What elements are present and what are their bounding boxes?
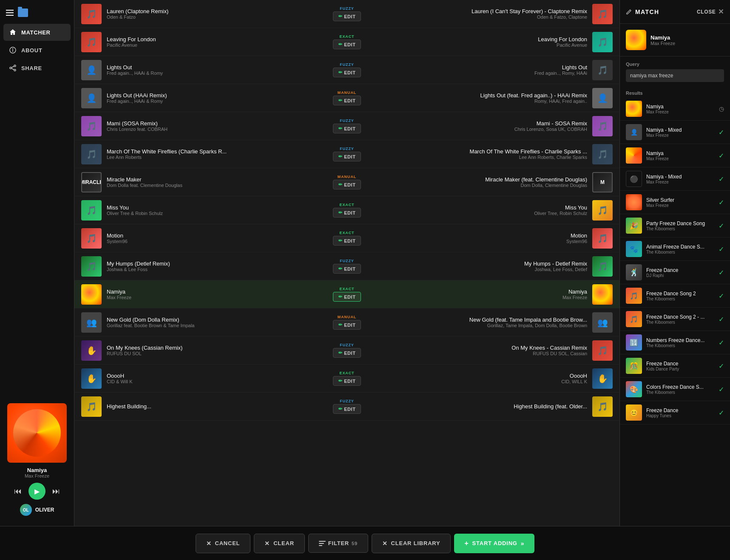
sidebar-item-about[interactable]: ABOUT [3, 42, 71, 59]
table-row: 👥 New Gold (Dom Dolla Remix) Gorillaz fe… [74, 308, 619, 337]
cancel-x-icon: ✕ [206, 540, 212, 547]
hamburger-icon[interactable] [6, 10, 14, 16]
track-art-left: 🎵 [81, 4, 102, 24]
fast-forward-button[interactable]: ⏭ [52, 487, 60, 496]
list-item[interactable]: 😊 Freeze Dance Happy Tunes ✓ [620, 401, 730, 424]
close-x-icon: ✕ [718, 8, 724, 16]
bottom-bar: ✕ CANCEL ✕ CLEAR FILTER 59 ✕ CLEAR LIBRA… [0, 526, 730, 560]
track-art-right: 🎵 [592, 4, 613, 24]
track-info-right: Lights Out (feat. Fred again..) - HAAi R… [368, 92, 587, 104]
match-badge: EXACT ✏ EDIT [333, 231, 361, 246]
match-badge: EXACT ✏ EDIT [333, 34, 361, 49]
pencil-icon [626, 9, 632, 15]
list-item[interactable]: 🐾 Animal Freeze Dance S... The Kiboomers… [620, 238, 730, 261]
play-button[interactable]: ▶ [28, 483, 45, 500]
edit-button[interactable]: ✏ EDIT [333, 180, 361, 189]
list-item[interactable]: 👤 Namiya - Mixed Max Freeze ✓ [620, 121, 730, 144]
player-track-name: Namiya [25, 467, 49, 473]
check-icon: ✓ [719, 198, 724, 206]
track-art-left: ✋ [81, 368, 102, 389]
clear-button[interactable]: ✕ CLEAR [254, 534, 304, 553]
list-item[interactable]: ⚫ Namiya - Mixed Max Freeze ✓ [620, 167, 730, 191]
sidebar-nav: MATCHER ABOUT [0, 24, 74, 76]
track-art-left: 👤 [81, 88, 102, 108]
track-info-left: Mami (SOSA Remix) Chris Lorenzo feat. CO… [107, 120, 326, 132]
list-item[interactable]: 🎊 Freeze Dance Kids Dance Party ✓ [620, 354, 730, 378]
table-row: 🎵 My Humps (Detlef Remix) Joshwa & Lee F… [74, 252, 619, 280]
result-art: 🐾 [626, 241, 642, 257]
cancel-button[interactable]: ✕ CANCEL [196, 534, 251, 553]
list-item[interactable]: 🎵 Freeze Dance Song 2 - ... The Kiboomer… [620, 308, 730, 331]
check-icon: ✓ [719, 385, 724, 393]
track-info-right: Mami - SOSA Remix Chris Lorenzo, Sosa UK… [368, 120, 587, 132]
match-badge: EXACT ✏ EDIT [333, 371, 361, 386]
table-row: 🎵 March Of The White Fireflies (Charlie … [74, 140, 619, 168]
close-button[interactable]: CLOSE ✕ [697, 8, 724, 16]
list-item[interactable]: 🎉 Party Freeze Dance Song The Kiboomers … [620, 214, 730, 238]
match-badge: FUZZY ✏ EDIT [333, 399, 361, 414]
check-icon: ✓ [719, 128, 724, 136]
list-item[interactable]: Namiya Max Freeze ◷ [620, 97, 730, 121]
track-info-left: OoooH CID & Will K [107, 373, 326, 384]
edit-button[interactable]: ✏ EDIT [333, 376, 361, 386]
track-info-right: Highest Building (feat. Older... [368, 403, 587, 410]
edit-button[interactable]: ✏ EDIT [333, 152, 361, 161]
check-icon: ✓ [719, 409, 724, 417]
track-art-right: 🎵 [592, 340, 613, 361]
current-track-artist: Max Freeze [650, 41, 675, 46]
edit-button[interactable]: ✏ EDIT [333, 40, 361, 49]
track-art-right: 🎵 [592, 60, 613, 80]
match-badge: FUZZY ✏ EDIT [333, 62, 361, 77]
list-item[interactable]: 🕺 Freeze Dance DJ Raphi ✓ [620, 261, 730, 284]
track-info-left: Lights Out Fred again.., HAAi & Romy [107, 64, 326, 76]
filter-button[interactable]: FILTER 59 [308, 534, 368, 553]
edit-button[interactable]: ✏ EDIT [333, 11, 361, 21]
track-art-left: 🎵 [81, 200, 102, 221]
track-info-left: Miracle Maker Dom Dolla feat. Clementine… [107, 176, 326, 188]
edit-button[interactable]: ✏ EDIT [333, 320, 361, 330]
result-art: 🕺 [626, 264, 642, 280]
table-row: 🎵 Lauren (Claptone Remix) Oden & Fatzo F… [74, 0, 619, 28]
start-adding-button[interactable]: + START ADDING » [454, 534, 534, 553]
sidebar-item-share[interactable]: SHARE [3, 59, 71, 76]
match-badge: FUZZY ✏ EDIT [333, 6, 361, 21]
list-item[interactable]: 🎨 Colors Freeze Dance S... The Kiboomers… [620, 378, 730, 401]
list-item[interactable]: Namiya Max Freeze ✓ [620, 144, 730, 167]
track-art-left: 🎵 [81, 144, 102, 164]
result-info: Freeze Dance DJ Raphi [646, 267, 714, 278]
edit-button[interactable]: ✏ EDIT [333, 348, 361, 358]
track-art-right: ✋ [592, 368, 613, 389]
result-info: Numbers Freeze Dance... The Kiboomers [646, 337, 714, 348]
track-info-right: Namiya Max Freeze [368, 288, 587, 300]
result-art: 🎵 [626, 288, 642, 304]
list-item[interactable]: 🎵 Freeze Dance Song 2 The Kiboomers ✓ [620, 284, 730, 308]
clock-icon: ◷ [719, 105, 724, 112]
edit-button[interactable]: ✏ EDIT [333, 292, 361, 302]
list-item[interactable]: 🔢 Numbers Freeze Dance... The Kiboomers … [620, 331, 730, 354]
edit-button[interactable]: ✏ EDIT [333, 236, 361, 246]
chevron-right-icon: » [521, 540, 525, 547]
svg-point-5 [14, 69, 16, 71]
results-label: Results [620, 87, 730, 97]
track-art-right: 🎵 [592, 200, 613, 221]
match-title: MATCH [635, 8, 659, 15]
match-badge: EXACT ✏ EDIT [333, 203, 361, 218]
edit-button[interactable]: ✏ EDIT [333, 208, 361, 218]
edit-button[interactable]: ✏ EDIT [333, 264, 361, 274]
rewind-button[interactable]: ⏮ [14, 487, 22, 496]
track-info-right: On My Knees - Cassian Remix RUFUS DU SOL… [368, 345, 587, 356]
svg-line-6 [11, 66, 14, 68]
result-info: Animal Freeze Dance S... The Kiboomers [646, 244, 714, 255]
list-item[interactable]: Silver Surfer Max Freeze ✓ [620, 191, 730, 214]
result-info: Freeze Dance Happy Tunes [646, 407, 714, 418]
query-input[interactable] [626, 69, 724, 82]
sidebar-item-matcher[interactable]: MATCHER [3, 24, 71, 41]
result-art: 😊 [626, 404, 642, 421]
edit-button[interactable]: ✏ EDIT [333, 124, 361, 133]
edit-button[interactable]: ✏ EDIT [333, 96, 361, 105]
edit-button[interactable]: ✏ EDIT [333, 404, 361, 414]
clear-library-button[interactable]: ✕ CLEAR LIBRARY [372, 534, 451, 553]
share-icon [9, 64, 17, 72]
check-icon: ✓ [719, 362, 724, 370]
edit-button[interactable]: ✏ EDIT [333, 68, 361, 77]
